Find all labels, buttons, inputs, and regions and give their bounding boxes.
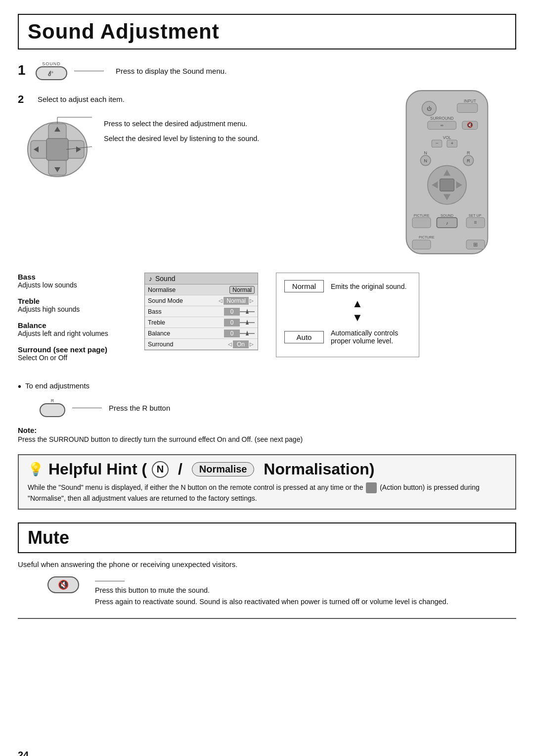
treble-value: 0 xyxy=(224,319,240,327)
bass-slider-icon xyxy=(240,309,255,315)
bullet-section: • To end adjustments xyxy=(18,381,516,391)
treble-label: Treble Adjusts high sounds xyxy=(18,297,127,313)
svg-text:R: R xyxy=(467,158,470,163)
svg-rect-3 xyxy=(31,141,48,158)
svg-rect-39 xyxy=(440,179,454,191)
main-content-row: 2 Select to adjust each item. xyxy=(18,88,516,258)
left-labels: Bass Adjusts low sounds Treble Adjusts h… xyxy=(18,273,127,370)
soundmode-value: Normal xyxy=(223,297,249,305)
menu-sound-icon: ♪ xyxy=(149,275,152,283)
auto-row: Auto Automatically controls proper volum… xyxy=(284,329,411,345)
hint-normalisation-text: Normalisation) xyxy=(259,460,374,478)
bass-title: Bass xyxy=(18,273,127,281)
mute-desc: Useful when answering the phone or recei… xyxy=(18,560,516,568)
treble-desc: Adjusts high sounds xyxy=(18,305,127,313)
menu-title: Sound xyxy=(155,275,175,283)
normal-auto-box: Normal Emits the original sound. ▲ ▼ Aut… xyxy=(276,273,419,357)
section1: 1 SOUND Press to display the Sound menu xyxy=(18,61,516,258)
bass-menu-label: Bass xyxy=(148,308,224,315)
svg-rect-49 xyxy=(412,240,431,249)
dpad-section: Press to select the desired adjustment m… xyxy=(23,115,378,184)
surround-arrow-right: ▷ xyxy=(250,341,254,347)
annotation1: Press to select the desired adjustment m… xyxy=(104,120,259,128)
annotation2: Select the desired level by listening to… xyxy=(104,135,259,142)
dpad-container xyxy=(23,115,92,184)
svg-text:SOUND: SOUND xyxy=(441,213,453,218)
normalise-pill: Normalise xyxy=(192,462,255,476)
normal-badge: Normal xyxy=(284,280,324,292)
arrow-col: ▲ ▼ xyxy=(304,297,411,324)
svg-rect-17 xyxy=(457,103,478,113)
svg-rect-5 xyxy=(46,139,68,160)
svg-text:PICTURE: PICTURE xyxy=(419,235,435,239)
balance-desc: Adjusts left and right volumes xyxy=(18,330,127,337)
page-number: 24 xyxy=(18,750,29,756)
auto-badge: Auto xyxy=(284,331,324,343)
bass-value: 0 xyxy=(224,308,240,316)
action-button-icon xyxy=(366,482,377,493)
mute-btn-icon: 🔇 xyxy=(47,576,79,593)
surround-title: Surround (see next page) xyxy=(18,345,127,354)
hint-body: While the "Sound" menu is displayed, if … xyxy=(28,482,506,504)
svg-text:⊞: ⊞ xyxy=(473,241,478,247)
svg-text:+: + xyxy=(450,141,453,146)
r-button-row: R Press the R button xyxy=(40,398,516,417)
svg-rect-41 xyxy=(412,218,431,228)
r-btn-shape[interactable] xyxy=(40,403,65,417)
r-btn-instruction: Press the R button xyxy=(109,404,170,412)
normal-desc: Emits the original sound. xyxy=(331,283,406,290)
hint-helpful-text: Helpful Hint ( xyxy=(48,460,147,478)
balance-title: Balance xyxy=(18,321,127,330)
sound-btn-icon: SOUND xyxy=(36,61,67,80)
mute-instruction1: Press this button to mute the sound. xyxy=(95,585,448,596)
note-section: Note: Press the SURROUND button to direc… xyxy=(18,426,516,443)
mute-instructions-col: Press this button to mute the sound. Pre… xyxy=(95,576,448,608)
step1-number: 1 xyxy=(18,62,36,78)
down-arrow-icon: ▼ xyxy=(352,311,363,324)
sound-note-icon xyxy=(47,70,56,77)
bottom-border xyxy=(18,618,516,619)
bass-label: Bass Adjusts low sounds xyxy=(18,273,127,289)
hint-bulb-icon: 💡 xyxy=(28,462,44,477)
menu-balance-row: Balance 0 xyxy=(145,328,258,339)
menu-soundmode-row: Sound Mode ◁ Normal ▷ xyxy=(145,295,258,306)
surround-value: On xyxy=(233,340,249,348)
mute-instruction2: Press again to reactivate sound. Sound i… xyxy=(95,596,448,608)
step1-instruction: Press to display the Sound menu. xyxy=(116,67,226,75)
hint-title: 💡 Helpful Hint ( N / Normalise Normalisa… xyxy=(28,460,506,478)
auto-desc: Automatically controls proper volume lev… xyxy=(331,329,398,345)
menu-surround-row: Surround ◁ On ▷ xyxy=(145,339,258,350)
bullet-item: • To end adjustments xyxy=(18,381,516,391)
title-bar: Sound Adjustment xyxy=(18,14,516,49)
note-title: Note: xyxy=(18,426,516,434)
mute-btn-shape[interactable]: 🔇 xyxy=(47,576,79,593)
surround-arrow-left: ◁ xyxy=(228,341,232,347)
normal-row: Normal Emits the original sound. xyxy=(284,280,411,292)
svg-text:♪: ♪ xyxy=(446,221,448,226)
surround-menu-label: Surround xyxy=(148,341,227,348)
mute-section: Mute Useful when answering the phone or … xyxy=(18,522,516,608)
surround-desc: Select On or Off xyxy=(18,354,127,362)
normalise-label: Normalise xyxy=(148,286,229,293)
sound-menu-box: ♪ Sound Normalise Normal Sound Mode ◁ No… xyxy=(144,273,258,350)
mute-connector xyxy=(95,581,125,581)
sound-menu-section: Bass Adjusts low sounds Treble Adjusts h… xyxy=(18,273,516,370)
svg-text:PICTURE: PICTURE xyxy=(414,213,430,218)
r-btn-icon: R xyxy=(40,398,65,417)
sound-btn-shape[interactable] xyxy=(36,66,67,80)
hint-separator: / xyxy=(174,460,187,478)
up-arrow-icon: ▲ xyxy=(352,297,363,310)
svg-text:≡: ≡ xyxy=(474,220,477,225)
dpad-svg xyxy=(23,115,92,184)
n-circle-icon: N xyxy=(152,461,169,478)
svg-text:N: N xyxy=(424,158,427,163)
treble-slider-icon xyxy=(240,320,255,326)
step1-content: SOUND Press to display the Sound menu. xyxy=(36,61,226,83)
left-instructions: 2 Select to adjust each item. xyxy=(18,88,378,258)
hint-body1: While the "Sound" menu is displayed, if … xyxy=(28,483,363,491)
normalise-badge: Normal xyxy=(229,286,255,294)
hint-section: 💡 Helpful Hint ( N / Normalise Normalisa… xyxy=(18,454,516,510)
treble-menu-label: Treble xyxy=(148,319,224,326)
step2-text: Select to adjust each item. xyxy=(38,93,125,103)
bass-desc: Adjusts low sounds xyxy=(18,281,127,289)
